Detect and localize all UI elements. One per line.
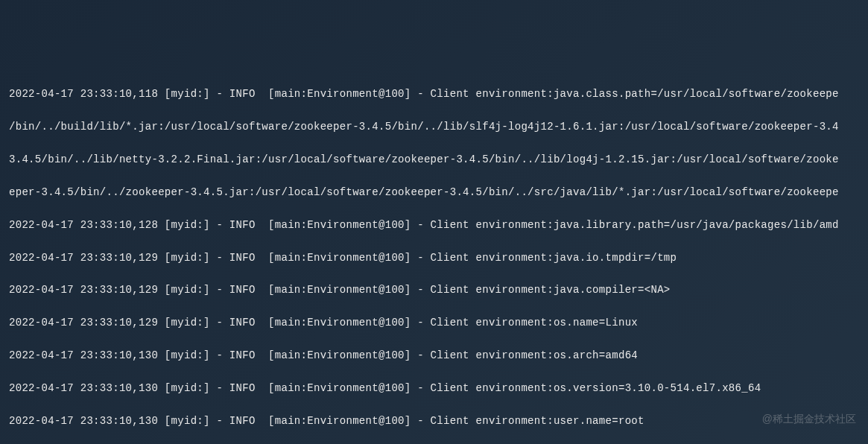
log-line: 2022-04-17 23:33:10,129 [myid:] - INFO [… (9, 315, 859, 332)
log-line: 2022-04-17 23:33:10,130 [myid:] - INFO [… (9, 381, 859, 397)
log-line: 2022-04-17 23:33:10,129 [myid:] - INFO [… (9, 282, 859, 299)
watermark: @稀土掘金技术社区 (762, 411, 856, 428)
terminal-output[interactable]: 2022-04-17 23:33:10,118 [myid:] - INFO [… (9, 70, 859, 444)
log-line: 2022-04-17 23:33:10,130 [myid:] - INFO [… (9, 413, 859, 430)
log-line: /bin/../build/lib/*.jar:/usr/local/softw… (9, 119, 859, 136)
log-line: 2022-04-17 23:33:10,130 [myid:] - INFO [… (9, 348, 859, 364)
log-line: eper-3.4.5/bin/../zookeeper-3.4.5.jar:/u… (9, 185, 859, 201)
log-line: 2022-04-17 23:33:10,128 [myid:] - INFO [… (9, 218, 859, 234)
log-line: 2022-04-17 23:33:10,118 [myid:] - INFO [… (9, 86, 859, 103)
log-line: 2022-04-17 23:33:10,129 [myid:] - INFO [… (9, 250, 859, 267)
log-line: 3.4.5/bin/../lib/netty-3.2.2.Final.jar:/… (9, 152, 859, 168)
